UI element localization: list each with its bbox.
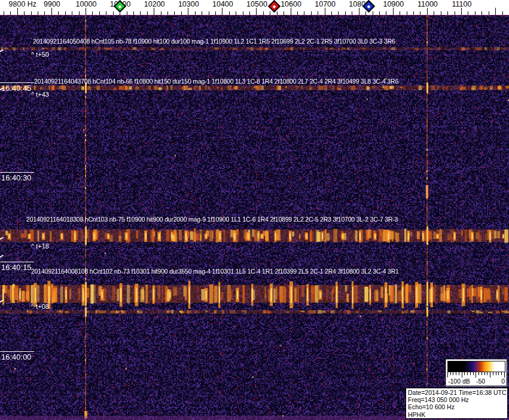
ruler-tick-label: 10700 — [315, 0, 336, 8]
event-marker-label: ^ t+43 — [31, 91, 49, 98]
ruler-tick — [447, 11, 448, 15]
time-gridline — [0, 351, 34, 352]
ruler-tick — [215, 11, 216, 15]
ruler-tick-label: 10200 — [144, 0, 165, 8]
ruler-tick — [352, 11, 352, 15]
ruler-tick — [181, 11, 182, 15]
info-frequency: Freq=143 050 000 Hz — [408, 396, 507, 403]
ruler-tick — [502, 11, 503, 15]
echo-annotation: 20140921164050408 hCnt105 nb-78 f10900 h… — [33, 38, 395, 45]
ruler-tick — [297, 11, 298, 15]
ruler-tick — [72, 11, 72, 15]
frequency-marker-red[interactable] — [268, 0, 281, 13]
ruler-tick — [31, 11, 32, 15]
intensity-legend: -100 dB -50 0 — [446, 359, 507, 387]
info-echo: Echo=10 600 Hz — [408, 403, 507, 410]
ruler-tick — [277, 11, 278, 15]
ruler-tick — [441, 11, 441, 15]
ruler-tick — [167, 11, 168, 15]
ruler-tick — [243, 11, 243, 15]
ruler-tick — [133, 11, 134, 15]
info-box: Date=2014-09-21 Time=16:38 UTC Freq=143 … — [406, 388, 508, 419]
marker-core — [367, 5, 371, 8]
ruler-tick — [481, 11, 482, 15]
legend-label-min: -100 dB — [448, 378, 470, 385]
ruler-tick — [304, 11, 304, 15]
ruler-tick-label: 9900 — [44, 0, 60, 8]
legend-label-mid: -50 — [476, 378, 485, 385]
ruler-tick — [86, 8, 86, 15]
ruler-tick-label: 11100 — [452, 0, 472, 8]
frequency-ruler[interactable]: 9800 Hz990010000101001020010300104001050… — [0, 0, 509, 15]
ruler-tick-label: 10000 — [76, 0, 97, 8]
ruler-tick — [4, 11, 4, 15]
ruler-tick — [461, 8, 462, 15]
ruler-tick — [400, 11, 400, 15]
echo-annotation: 20140921164018308 hCnt103 nb-75 f10900 h… — [26, 216, 398, 223]
event-marker-label: ^ t+18 — [31, 243, 49, 250]
ruler-tick — [291, 8, 291, 15]
ruler-tick — [365, 11, 366, 15]
marker-core — [118, 5, 121, 8]
ruler-tick — [256, 8, 257, 15]
ruler-tick — [44, 11, 45, 15]
info-date-time: Date=2014-09-21 Time=16:38 UTC — [408, 389, 507, 396]
info-station: HPHK — [408, 411, 507, 418]
marker-core — [273, 5, 276, 8]
ruler-tick — [188, 8, 188, 15]
colormap-gradient — [447, 361, 505, 372]
ruler-tick — [393, 8, 394, 15]
ruler-tick — [127, 11, 127, 15]
ruler-tick — [489, 11, 489, 15]
time-gridline — [0, 262, 34, 262]
ruler-tick — [373, 11, 373, 15]
ruler-tick — [140, 11, 141, 15]
ruler-tick — [407, 11, 407, 15]
ruler-tick — [413, 11, 414, 15]
ruler-tick-label: 10300 — [178, 0, 199, 8]
spectrogram-app: 9800 Hz990010000101001020010300104001050… — [0, 0, 509, 420]
ruler-tick — [147, 11, 148, 15]
ruler-tick-label: 9800 Hz — [9, 0, 37, 8]
ruler-tick — [174, 11, 175, 15]
ruler-tick — [113, 11, 114, 15]
ruler-tick — [38, 11, 38, 15]
ruler-tick — [51, 8, 52, 15]
ruler-tick — [195, 11, 196, 15]
echo-annotation: 20140921164043708 hCnt104 nb-66 f10800 h… — [34, 78, 398, 85]
time-gridline — [0, 82, 34, 83]
ruler-tick — [270, 11, 270, 15]
ruler-tick — [434, 11, 434, 15]
time-label: 16:40:45 — [1, 84, 32, 93]
ruler-tick — [17, 8, 18, 15]
ruler-tick — [236, 11, 236, 15]
ruler-tick — [92, 11, 93, 15]
ruler-tick-label: 10500 — [246, 0, 267, 8]
ruler-tick — [79, 11, 80, 15]
ruler-tick — [65, 11, 66, 15]
time-label: 16:40:15 — [1, 263, 32, 272]
ruler-tick — [209, 11, 209, 15]
ruler-tick — [99, 11, 100, 15]
legend-label-max: 0 — [501, 378, 505, 385]
ruler-tick — [345, 11, 346, 15]
ruler-tick — [475, 11, 476, 15]
ruler-tick — [420, 11, 420, 15]
event-marker-label: ^ t+08 — [31, 303, 49, 310]
event-marker-label: ^ t+50 — [31, 51, 49, 58]
ruler-tick-label: 10400 — [212, 0, 233, 8]
echo-annotation: 20140921164008108 hCnt102 nb-73 f10301 h… — [31, 268, 399, 275]
ruler-tick — [249, 11, 250, 15]
ruler-tick — [495, 8, 496, 15]
ruler-tick — [202, 11, 202, 15]
ruler-tick — [427, 8, 428, 15]
ruler-tick — [161, 11, 161, 15]
ruler-tick — [455, 11, 455, 15]
ruler-tick — [24, 11, 25, 15]
ruler-tick — [58, 11, 59, 15]
ruler-tick — [468, 11, 468, 15]
time-label: 16:40:30 — [1, 173, 32, 182]
ruler-tick-label: 10900 — [383, 0, 404, 8]
ruler-tick — [229, 11, 230, 15]
ruler-tick — [325, 8, 325, 15]
